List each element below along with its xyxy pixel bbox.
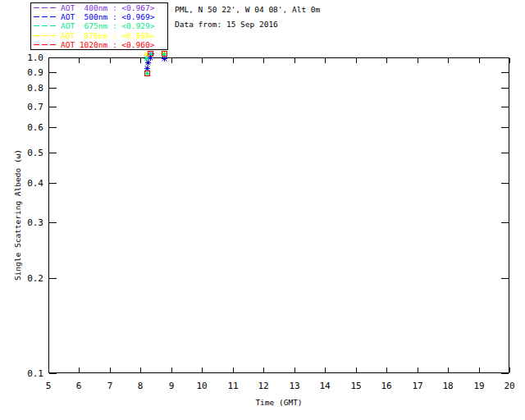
x-tick-bottom (263, 368, 264, 372)
x-tick-bottom (356, 368, 357, 372)
x-tick-top (509, 58, 510, 63)
data-point-1020nm (162, 51, 169, 58)
y-tick-right (501, 278, 509, 279)
legend-item-label: AOT 675nm : <0.929> (61, 21, 154, 30)
x-tick-label: 12 (258, 381, 268, 391)
x-tick-label: 8 (138, 381, 144, 391)
legend-item-label: AOT 500nm : <0.969> (61, 12, 154, 21)
x-tick-top (140, 58, 141, 63)
x-tick-top (386, 58, 387, 63)
legend-item-label: AOT 1020nm : <0.960> (61, 40, 154, 49)
x-tick-top (479, 58, 480, 63)
legend-item-675nm: AOT 675nm : <0.929> (34, 21, 167, 30)
x-tick-label: 9 (169, 381, 175, 391)
y-tick-label: 0.7 (20, 102, 43, 112)
y-tick-right (501, 373, 509, 374)
y-tick-label: 0.3 (20, 217, 43, 228)
x-tick-top (233, 58, 234, 63)
x-tick-bottom (79, 368, 80, 372)
x-tick-bottom (448, 368, 449, 372)
x-tick-label: 16 (381, 381, 391, 391)
x-tick-top (110, 58, 111, 63)
x-tick-bottom (386, 368, 387, 372)
x-tick-bottom (202, 368, 203, 372)
x-tick-bottom (48, 368, 49, 372)
y-tick-label: 0.2 (20, 273, 43, 284)
y-tick-left (49, 278, 57, 279)
plot-area (48, 57, 509, 373)
x-tick-top (79, 58, 80, 63)
y-tick-right (501, 57, 509, 58)
y-tick-right (501, 107, 509, 107)
legend-dash-line (34, 44, 57, 45)
x-tick-bottom (294, 368, 295, 372)
y-tick-label: 0.4 (20, 178, 43, 189)
y-tick-left (49, 72, 57, 73)
y-axis-title: Single Scattering Albedo (ω) (13, 149, 22, 281)
x-tick-label: 17 (412, 381, 422, 391)
x-tick-bottom (171, 368, 172, 372)
legend-item-1020nm: AOT 1020nm : <0.960> (34, 40, 167, 49)
x-tick-label: 6 (76, 381, 82, 391)
x-tick-label: 14 (319, 381, 330, 391)
legend-dash-line (34, 25, 57, 26)
y-tick-label: 1.0 (20, 52, 43, 63)
legend-dash-line (34, 7, 57, 8)
x-tick-label: 10 (196, 381, 207, 391)
plot-window: AOT 400nm : <0.967>AOT 500nm : <0.969>AO… (0, 0, 525, 420)
y-tick-label: 0.8 (20, 83, 43, 94)
x-tick-label: 11 (227, 381, 238, 391)
legend-dash-line (34, 35, 57, 36)
x-tick-top (263, 58, 264, 63)
site-title: PML, N 50 22', W 04 08', Alt 0m (175, 5, 320, 14)
y-tick-left (49, 222, 57, 223)
legend-item-500nm: AOT 500nm : <0.969> (34, 12, 167, 21)
legend-dash-line (34, 16, 57, 17)
y-tick-right (501, 183, 509, 184)
y-tick-right (501, 88, 509, 89)
legend-item-400nm: AOT 400nm : <0.967> (34, 3, 167, 12)
x-tick-top (294, 58, 295, 63)
legend-box: AOT 400nm : <0.967>AOT 500nm : <0.969>AO… (30, 2, 168, 50)
x-tick-top (448, 58, 449, 63)
x-tick-bottom (479, 368, 480, 372)
y-tick-label: 0.1 (20, 368, 43, 379)
y-tick-right (501, 127, 509, 128)
y-tick-label: 0.5 (20, 148, 43, 158)
x-tick-bottom (233, 368, 234, 372)
x-tick-label: 13 (289, 381, 299, 391)
x-tick-top (202, 58, 203, 63)
date-subtitle: Data from: 15 Sep 2016 (175, 20, 278, 29)
x-tick-label: 15 (350, 381, 361, 391)
legend-item-label: AOT 400nm : <0.967> (61, 3, 154, 12)
x-tick-bottom (325, 368, 326, 372)
legend-item-label: AOT 870nm : <0.968> (61, 31, 154, 40)
y-tick-left (49, 107, 57, 107)
x-tick-top (356, 58, 357, 63)
data-point-1020nm (144, 71, 152, 78)
x-tick-top (48, 58, 49, 63)
y-tick-label: 0.9 (20, 67, 43, 78)
x-tick-top (418, 58, 418, 63)
x-tick-bottom (140, 368, 141, 372)
y-tick-left (49, 183, 57, 184)
y-tick-right (501, 153, 509, 153)
y-tick-left (49, 153, 57, 153)
y-tick-left (49, 57, 57, 58)
x-tick-bottom (418, 368, 418, 372)
x-tick-bottom (509, 368, 510, 372)
legend-item-870nm: AOT 870nm : <0.968> (34, 31, 167, 40)
x-tick-label: 19 (473, 381, 484, 391)
y-tick-label: 0.6 (20, 122, 43, 133)
y-tick-left (49, 373, 57, 374)
x-tick-top (171, 58, 172, 63)
x-tick-bottom (110, 368, 111, 372)
y-tick-left (49, 127, 57, 128)
y-tick-right (501, 72, 509, 73)
y-tick-right (501, 222, 509, 223)
x-tick-label: 20 (504, 381, 514, 391)
x-axis-title: Time (GMT) (255, 398, 302, 407)
x-tick-top (325, 58, 326, 63)
x-tick-label: 5 (46, 381, 52, 391)
x-tick-label: 18 (442, 381, 453, 391)
